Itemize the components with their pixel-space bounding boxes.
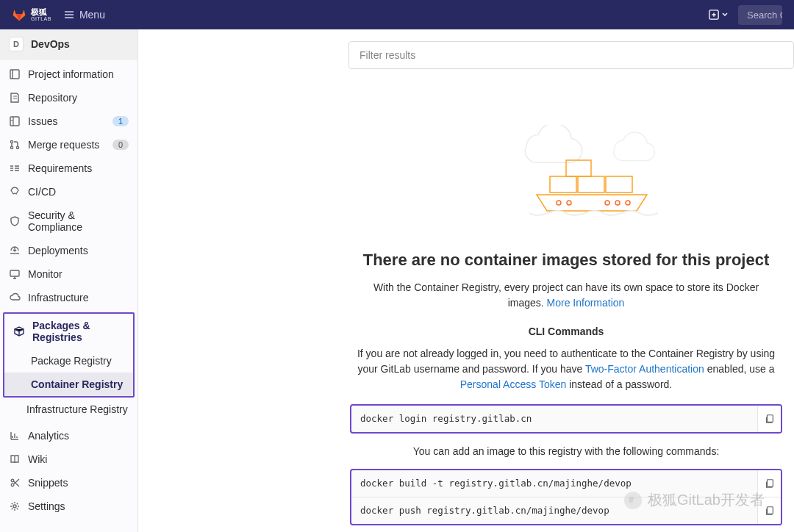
sidebar-item-cicd[interactable]: CI/CD [0,180,137,204]
deployments-icon [9,245,21,256]
issues-count-badge: 1 [112,116,129,126]
clipboard-icon [765,506,775,516]
container-ship-illustration [448,125,684,220]
main-content: There are no container images stored for… [138,29,794,532]
merge-icon [9,139,21,151]
hamburger-icon [63,9,75,21]
issues-icon [9,115,21,127]
repository-icon [9,92,21,104]
sidebar-item-project-information[interactable]: Project information [0,62,137,86]
docker-push-command[interactable]: docker push registry.gitlab.cn/majinghe/… [351,497,757,523]
sidebar-item-requirements[interactable]: Requirements [0,157,137,180]
add-image-text: You can add an image to this registry wi… [338,445,794,457]
project-name: DevOps [31,38,70,50]
more-information-link[interactable]: More Information [547,297,625,309]
gitlab-logo-icon [12,7,26,22]
mr-count-badge: 0 [112,140,129,150]
svg-rect-6 [10,270,19,276]
filter-results-input[interactable] [348,41,794,69]
scissors-icon [9,477,21,489]
sidebar-item-monitor[interactable]: Monitor [0,262,137,286]
docker-login-command-box: docker login registry.gitlab.cn [350,404,782,434]
sidebar-item-security[interactable]: Security & Compliance [0,204,137,239]
chart-icon [9,430,21,442]
gear-icon [9,500,21,512]
sidebar-sub-container-registry[interactable]: Container Registry [4,373,133,396]
shield-icon [9,215,21,227]
sidebar: D DevOps Project information Repository … [0,29,138,532]
sidebar-item-deployments[interactable]: Deployments [0,239,137,262]
cli-auth-text: If you are not already logged in, you ne… [338,346,794,392]
requirements-icon [9,162,21,174]
package-icon [13,326,25,337]
menu-label: Menu [79,9,105,21]
svg-rect-1 [10,70,19,79]
topbar: 极狐 GITLAB Menu Search G [0,0,794,29]
sidebar-item-analytics[interactable]: Analytics [0,424,137,447]
svg-point-5 [16,146,18,148]
chevron-down-icon [722,12,728,18]
create-new-button[interactable] [704,7,732,23]
logo[interactable]: 极狐 GITLAB [12,7,51,22]
empty-state: There are no container images stored for… [338,81,794,532]
sidebar-sub-infrastructure-registry[interactable]: Infrastructure Registry [0,398,137,421]
project-icon [9,68,21,80]
menu-button[interactable]: Menu [57,6,111,24]
sidebar-item-packages-registries[interactable]: Packages & Registries [4,314,133,349]
cli-commands-heading: CLI Commands [338,326,794,337]
copy-push-button[interactable] [757,497,781,524]
plus-square-icon [709,10,719,20]
copy-login-button[interactable] [757,406,781,432]
sidebar-item-repository[interactable]: Repository [0,86,137,109]
rocket-icon [9,186,21,198]
empty-state-title: There are no container images stored for… [338,250,794,271]
monitor-icon [9,268,21,280]
sidebar-sub-package-registry[interactable]: Package Registry [4,349,133,373]
sidebar-item-wiki[interactable]: Wiki [0,447,137,471]
svg-rect-21 [767,506,773,514]
sidebar-packages-highlight: Packages & Registries Package Registry C… [3,312,135,398]
svg-rect-19 [767,414,773,422]
project-context-header[interactable]: D DevOps [0,29,137,60]
cloud-gear-icon [9,292,21,303]
svg-rect-2 [10,117,19,126]
sidebar-item-settings[interactable]: Settings [0,495,137,518]
sidebar-item-merge-requests[interactable]: Merge requests 0 [0,133,137,157]
svg-rect-13 [606,176,632,193]
search-input[interactable]: Search G [738,5,782,25]
clipboard-icon [765,478,775,489]
docker-login-command[interactable]: docker login registry.gitlab.cn [351,406,757,431]
personal-access-token-link[interactable]: Personal Access Token [460,378,567,390]
svg-point-3 [10,140,12,143]
clipboard-icon [765,414,775,424]
svg-rect-12 [578,176,604,193]
svg-rect-11 [550,176,576,193]
book-icon [9,453,21,465]
svg-point-9 [13,505,16,508]
two-factor-auth-link[interactable]: Two-Factor Authentication [585,363,704,375]
svg-rect-20 [767,479,773,486]
sidebar-item-infrastructure[interactable]: Infrastructure [0,286,137,309]
sidebar-item-issues[interactable]: Issues 1 [0,109,137,133]
docker-build-command[interactable]: docker build -t registry.gitlab.cn/majin… [351,470,757,496]
project-avatar: D [9,37,24,51]
logo-text: 极狐 GITLAB [31,8,51,21]
sidebar-item-snippets[interactable]: Snippets [0,471,137,495]
svg-point-4 [10,146,12,148]
empty-state-subtitle: With the Container Registry, every proje… [338,280,794,311]
docker-build-push-box: docker build -t registry.gitlab.cn/majin… [350,469,782,525]
copy-build-button[interactable] [757,470,781,497]
